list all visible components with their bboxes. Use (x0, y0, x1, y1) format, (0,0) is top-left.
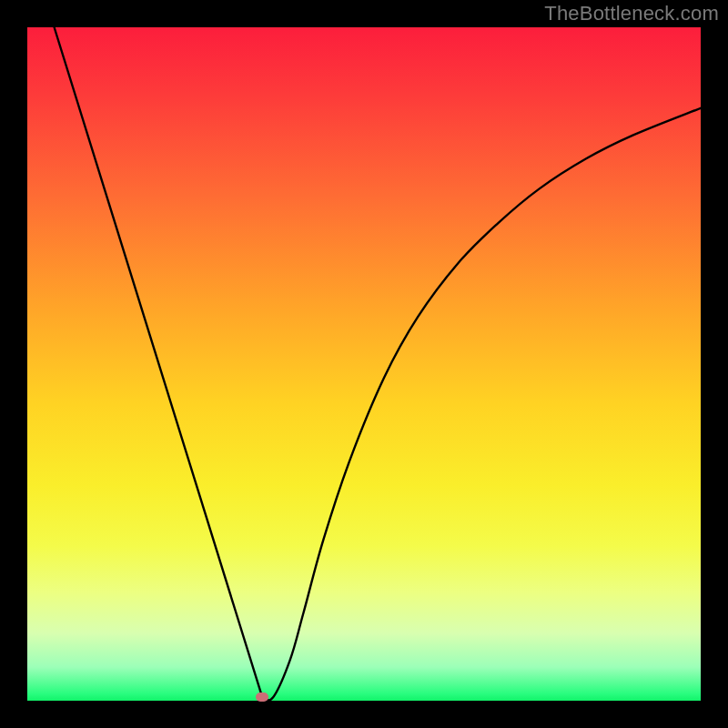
optimum-marker (256, 693, 268, 702)
chart-frame: TheBottleneck.com (0, 0, 728, 728)
watermark-text: TheBottleneck.com (544, 2, 719, 25)
curve-svg (27, 27, 701, 701)
bottleneck-curve (55, 27, 701, 701)
plot-area (27, 27, 701, 701)
